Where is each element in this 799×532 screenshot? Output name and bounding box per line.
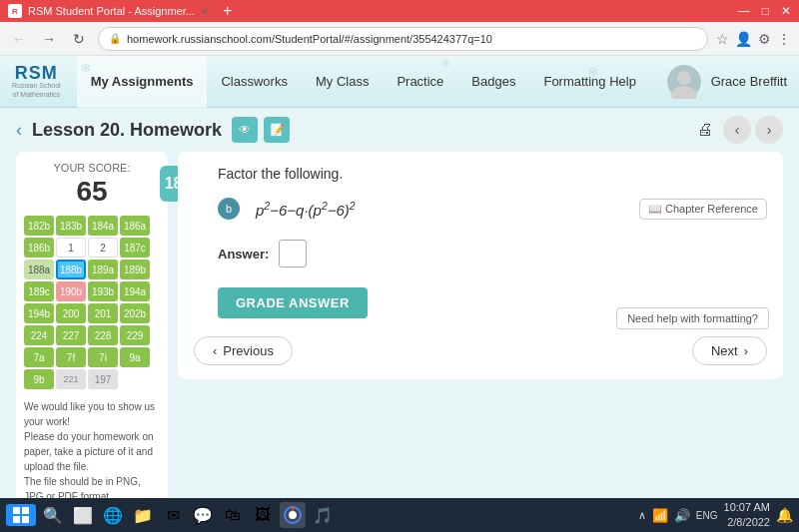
notification-icon[interactable]: 🔔 — [776, 507, 793, 523]
part-label: b — [218, 198, 240, 220]
prob-188b[interactable]: 188b — [56, 260, 86, 279]
forward-btn[interactable]: → — [38, 28, 60, 50]
bookmark-icon[interactable]: ☆ — [716, 31, 729, 47]
explorer-icon[interactable]: 📁 — [130, 502, 156, 528]
title-bar: R RSM Student Portal - Assignmer... ✕ + … — [0, 0, 799, 22]
prob-228[interactable]: 228 — [88, 325, 118, 345]
volume-icon[interactable]: 🔊 — [674, 508, 690, 523]
answer-input-box[interactable] — [279, 240, 307, 267]
nav-practice[interactable]: Practice — [383, 56, 457, 108]
mail-icon[interactable]: ✉ — [160, 502, 186, 528]
title-bar-left: R RSM Student Portal - Assignmer... ✕ + — [8, 2, 232, 20]
nav-my-class[interactable]: My Class — [302, 56, 383, 108]
prob-189b[interactable]: 189b — [120, 260, 150, 279]
svg-rect-3 — [22, 507, 29, 514]
system-icons: ∧ 📶 🔊 ENG — [638, 508, 718, 523]
prob-1[interactable]: 1 — [56, 238, 86, 258]
start-btn[interactable] — [6, 504, 36, 526]
book-icon: 📖 — [648, 203, 662, 215]
prob-182b[interactable]: 182b — [24, 216, 54, 236]
store-icon[interactable]: 🛍 — [220, 502, 246, 528]
prob-200[interactable]: 200 — [56, 303, 86, 323]
prob-221[interactable]: 221 — [56, 369, 86, 389]
close-btn[interactable]: ✕ — [781, 4, 791, 18]
lesson-icon-1[interactable]: 👁 — [232, 117, 258, 143]
teams-icon[interactable]: 💬 — [190, 502, 216, 528]
prob-227[interactable]: 227 — [56, 325, 86, 345]
prob-229[interactable]: 229 — [120, 325, 150, 345]
svg-point-0 — [677, 71, 691, 85]
prev-btn[interactable]: ‹ Previous — [194, 336, 293, 365]
tab-close-btn[interactable]: ✕ — [201, 6, 209, 17]
formatting-help-btn[interactable]: Need help with formatting? — [616, 307, 769, 329]
prob-193b[interactable]: 193b — [88, 281, 118, 301]
nav-my-assignments[interactable]: My Assignments — [77, 56, 208, 108]
prob-9a[interactable]: 9a — [120, 347, 150, 367]
next-btn[interactable]: Next › — [692, 336, 767, 365]
prob-186b[interactable]: 186b — [24, 238, 54, 258]
taskbar: 🔍 ⬜ 🌐 📁 ✉ 💬 🛍 🖼 🎵 ∧ 📶 🔊 ENG 10:07 AM 2/8… — [0, 498, 799, 532]
problem-grid: 182b 183b 184a 186a 186b 1 2 187c 188a 1… — [24, 216, 160, 389]
chrome-icon[interactable] — [280, 502, 306, 528]
lesson-back-btn[interactable]: ‹ — [16, 120, 22, 141]
prob-189a[interactable]: 189a — [88, 260, 118, 279]
problem-part: b p2−6−q·(p2−6)2 📖 Chapter Reference — [218, 198, 767, 220]
prob-9b[interactable]: 9b — [24, 369, 54, 389]
prob-187c[interactable]: 187c — [120, 238, 150, 258]
prob-224[interactable]: 224 — [24, 325, 54, 345]
print-btn[interactable]: 🖨 — [691, 116, 719, 144]
prob-7i[interactable]: 7i — [88, 347, 118, 367]
lesson-header: ‹ Lesson 20. Homework 👁 📝 🖨 ‹ › — [0, 108, 799, 152]
new-tab-btn[interactable]: + — [223, 2, 232, 20]
address-bar: ← → ↻ 🔒 homework.russianschool.com/Stude… — [0, 22, 799, 56]
your-score-label: YOUR SCORE: — [24, 162, 160, 174]
prob-197[interactable]: 197 — [88, 369, 118, 389]
menu-icon[interactable]: ⋮ — [777, 31, 791, 47]
chevron-up-icon[interactable]: ∧ — [638, 509, 646, 522]
nav-right: Grace Breffitt — [667, 65, 787, 99]
prob-190b[interactable]: 190b — [56, 281, 86, 301]
prev-arrow-btn[interactable]: ‹ — [723, 116, 751, 144]
problem-nav-row: ‹ Previous Next › — [194, 326, 767, 365]
tab-title: RSM Student Portal - Assignmer... — [28, 5, 195, 17]
maximize-btn[interactable]: □ — [762, 4, 769, 18]
svg-rect-2 — [13, 507, 20, 514]
nav-formatting-help[interactable]: Formatting Help — [529, 56, 649, 108]
edge-icon[interactable]: 🌐 — [100, 502, 126, 528]
prob-184a[interactable]: 184a — [88, 216, 118, 236]
prob-194a[interactable]: 194a — [120, 281, 150, 301]
prob-202b[interactable]: 202b — [120, 303, 150, 323]
prob-2[interactable]: 2 — [88, 238, 118, 258]
prob-189c[interactable]: 189c — [24, 281, 54, 301]
spotify-icon[interactable]: 🎵 — [310, 502, 336, 528]
main-layout: YOUR SCORE: 65 182b 183b 184a 186a 186b … — [0, 152, 799, 532]
prob-201[interactable]: 201 — [88, 303, 118, 323]
lesson-icon-2[interactable]: 📝 — [264, 117, 290, 143]
prob-188a[interactable]: 188a — [24, 260, 54, 279]
minimize-btn[interactable]: — — [738, 4, 750, 18]
nav-badges[interactable]: Badges — [457, 56, 529, 108]
back-btn[interactable]: ← — [8, 28, 30, 50]
prob-7f[interactable]: 7f — [56, 347, 86, 367]
prob-186a[interactable]: 186a — [120, 216, 150, 236]
prob-194b[interactable]: 194b — [24, 303, 54, 323]
upload-note: We would like you to show us your work! … — [24, 399, 160, 504]
taskview-icon[interactable]: ⬜ — [70, 502, 96, 528]
svg-rect-5 — [22, 516, 29, 523]
nav-classworks[interactable]: Classworks — [207, 56, 301, 108]
url-bar[interactable]: 🔒 homework.russianschool.com/StudentPort… — [98, 27, 708, 51]
prob-183b[interactable]: 183b — [56, 216, 86, 236]
chapter-ref-btn[interactable]: 📖 Chapter Reference — [639, 199, 767, 220]
browser-icons: ☆ 👤 ⚙ ⋮ — [716, 31, 791, 47]
prob-7a[interactable]: 7a — [24, 347, 54, 367]
search-taskbar-icon[interactable]: 🔍 — [40, 502, 66, 528]
refresh-btn[interactable]: ↻ — [68, 28, 90, 50]
profile-icon[interactable]: 👤 — [735, 31, 752, 47]
math-expression: p2−6−q·(p2−6)2 — [256, 200, 356, 219]
language-badge[interactable]: ENG — [696, 510, 718, 521]
extensions-icon[interactable]: ⚙ — [758, 31, 771, 47]
network-icon[interactable]: 📶 — [652, 508, 668, 523]
photos-icon[interactable]: 🖼 — [250, 502, 276, 528]
next-arrow-btn[interactable]: › — [755, 116, 783, 144]
grade-answer-btn[interactable]: GRADE ANSWER — [218, 287, 368, 318]
